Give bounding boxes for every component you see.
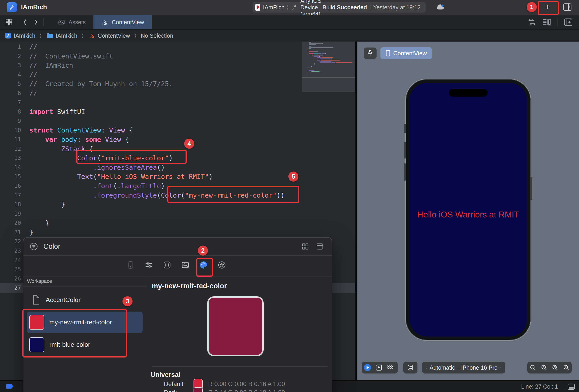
line-number: 17 bbox=[0, 191, 21, 200]
line-number: 11 bbox=[0, 135, 21, 144]
forward-button[interactable] bbox=[32, 18, 39, 26]
snippets-library-tab[interactable] bbox=[162, 260, 172, 270]
code-line-10[interactable]: 10struct ContentView: View { bbox=[0, 126, 355, 135]
code-line-8[interactable]: 8import SwiftUI bbox=[0, 107, 355, 117]
iphone-preview-frame: Hello iOS Warriors at RMIT bbox=[406, 79, 531, 340]
preview-device-selector[interactable]: Automatic – iPhone 16 Pro bbox=[422, 362, 505, 374]
starred-library-tab[interactable] bbox=[217, 260, 227, 270]
add-editor-icon[interactable] bbox=[564, 18, 573, 26]
minimap-bar bbox=[320, 62, 331, 63]
appearance-swatch bbox=[194, 387, 203, 392]
breadcrumb-item-iamrich[interactable]: IAmRich bbox=[46, 32, 77, 39]
annotation-box-line17 bbox=[167, 186, 299, 203]
preview-canvas: ContentView Hello iOS Warriors at RMIT bbox=[357, 42, 579, 380]
tab-contentview[interactable]: ContentView bbox=[93, 15, 152, 29]
code-review-icon[interactable] bbox=[527, 18, 536, 26]
annotation-badge-4: 4 bbox=[184, 139, 194, 149]
scheme-destination: Any iOS Device (arm64) bbox=[300, 0, 323, 17]
code-line-11[interactable]: 11 var body: some View { bbox=[0, 135, 355, 144]
line-number: 24 bbox=[0, 256, 21, 265]
line-number: 13 bbox=[0, 153, 21, 163]
color-library-popup: Color Workspace AccentColormy-new-rmit-r… bbox=[23, 237, 332, 392]
line-number: 18 bbox=[0, 200, 21, 209]
breakpoint-tag-icon[interactable] bbox=[6, 384, 13, 389]
line-number: 26 bbox=[0, 274, 21, 283]
minimap-bar bbox=[336, 62, 352, 63]
related-items-icon[interactable] bbox=[5, 18, 13, 26]
minimap-bar bbox=[311, 71, 319, 72]
file-icon bbox=[32, 295, 41, 305]
editor-layout-icon[interactable] bbox=[567, 383, 575, 391]
library-menu-icon[interactable] bbox=[29, 242, 38, 251]
minimap-bar bbox=[313, 51, 318, 52]
appearance-row-dark: DarkR 0.44 G 0.06 B 0.18 A 1.00 bbox=[164, 387, 285, 392]
minimap-bar bbox=[309, 70, 314, 71]
power-button bbox=[531, 177, 532, 200]
back-button[interactable] bbox=[21, 18, 28, 26]
line-number: 2 bbox=[0, 52, 21, 61]
zoom-in-button[interactable] bbox=[561, 364, 572, 371]
code-line-19[interactable]: 19 bbox=[0, 209, 355, 219]
minimap-bar bbox=[331, 59, 332, 59]
popup-title: Color bbox=[43, 242, 60, 251]
line-number: 23 bbox=[0, 246, 21, 256]
color-preview-swatch bbox=[207, 296, 264, 356]
code-line-15[interactable]: 15 Text("Hello iOS Warriors at RMIT") bbox=[0, 172, 355, 181]
zoom-out-button[interactable] bbox=[527, 364, 539, 371]
live-preview-button[interactable] bbox=[362, 364, 373, 371]
line-number: 21 bbox=[0, 228, 21, 237]
zoom-100-button[interactable]: 1 bbox=[539, 364, 550, 371]
grid-view-icon[interactable] bbox=[301, 242, 309, 251]
line-number: 14 bbox=[0, 163, 21, 172]
breadcrumb-item-contentview[interactable]: ContentView bbox=[88, 32, 130, 39]
breadcrumb-item-no-selection[interactable]: No Selection bbox=[141, 32, 173, 39]
modifiers-library-tab[interactable] bbox=[144, 260, 154, 270]
hello-text: Hello iOS Warriors at RMIT bbox=[409, 210, 527, 219]
minimap-bar bbox=[309, 42, 311, 43]
breadcrumb-item-iamrich[interactable]: IAmRich bbox=[4, 32, 35, 39]
minimap-bar bbox=[320, 55, 323, 56]
selectable-mode-button[interactable] bbox=[373, 364, 385, 371]
code-line-14[interactable]: 14 .ignoresSafeArea() bbox=[0, 163, 355, 172]
swift-icon bbox=[88, 32, 95, 39]
annotation-badge-5: 5 bbox=[288, 172, 298, 182]
minimap-bar bbox=[314, 56, 318, 57]
line-number: 15 bbox=[0, 172, 21, 181]
minimap-bar bbox=[319, 56, 320, 57]
code-line-21[interactable]: 21} bbox=[0, 228, 355, 237]
preview-tab-contentview[interactable]: ContentView bbox=[380, 47, 432, 59]
minimap[interactable] bbox=[302, 42, 355, 92]
scheme-selector[interactable]: IAmRich 〉 Any iOS Device (arm64) Build S… bbox=[252, 2, 426, 12]
code-line-20[interactable]: 20 } bbox=[0, 218, 355, 228]
minimap-bar bbox=[320, 61, 331, 62]
line-number: 4 bbox=[0, 70, 21, 79]
code-line-7[interactable]: 7 bbox=[0, 98, 355, 107]
minimap-bar bbox=[309, 48, 311, 49]
device-settings-button[interactable] bbox=[403, 362, 418, 374]
tab-assets[interactable]: Assets bbox=[50, 15, 93, 29]
hide-inspector-button[interactable] bbox=[563, 3, 572, 11]
line-number: 9 bbox=[0, 117, 21, 126]
line-number: 8 bbox=[0, 107, 21, 117]
pin-preview-button[interactable] bbox=[364, 48, 376, 59]
rgba-value: R 0.44 G 0.06 B 0.18 A 1.00 bbox=[208, 389, 285, 392]
variants-mode-button[interactable] bbox=[385, 364, 396, 371]
list-view-icon[interactable] bbox=[316, 242, 324, 251]
line-number: 12 bbox=[0, 144, 21, 154]
line-number: 16 bbox=[0, 181, 21, 191]
minimap-bar bbox=[309, 72, 309, 73]
media-library-tab[interactable] bbox=[180, 260, 190, 270]
zoom-fit-button[interactable] bbox=[550, 364, 561, 371]
minimap-bar bbox=[309, 67, 309, 68]
cloud-sync-icon[interactable] bbox=[435, 2, 446, 11]
device-library-tab[interactable] bbox=[126, 260, 136, 270]
xcode-window: IAmRich IAmRich 〉 Any iOS Device (arm64)… bbox=[0, 0, 579, 392]
minimap-bar bbox=[320, 59, 331, 59]
action-button bbox=[404, 124, 406, 133]
scheme-app-icon bbox=[255, 4, 260, 11]
color-detail-panel: my-new-rmit-red-color Universal DefaultR… bbox=[147, 276, 331, 392]
divider bbox=[21, 381, 21, 392]
minimap-toggle-icon[interactable] bbox=[542, 18, 552, 26]
code-line-9[interactable]: 9 bbox=[0, 117, 355, 126]
line-number: 10 bbox=[0, 126, 21, 135]
